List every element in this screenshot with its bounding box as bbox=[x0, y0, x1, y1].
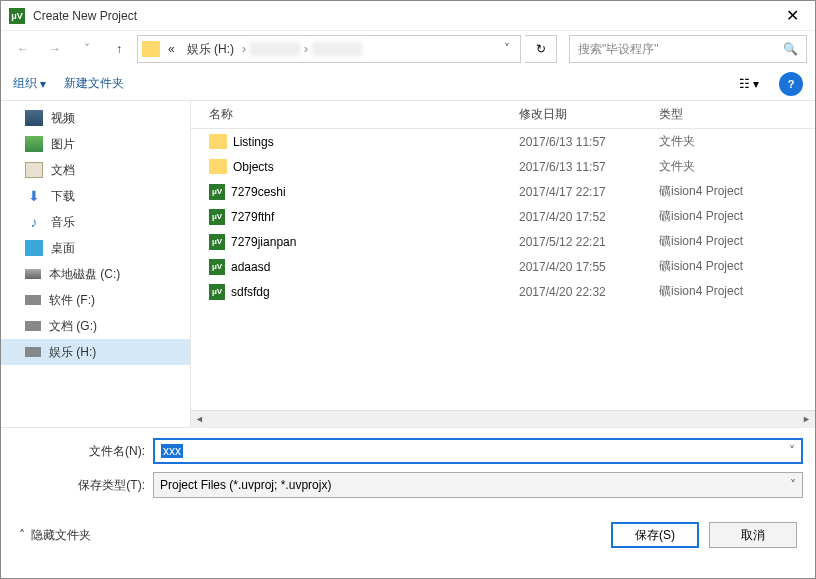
close-icon[interactable]: ✕ bbox=[778, 6, 807, 25]
sidebar-item-label: 桌面 bbox=[51, 240, 75, 257]
scroll-right-icon[interactable]: ► bbox=[798, 411, 815, 428]
savetype-select[interactable]: Project Files (*.uvproj; *.uvprojx) ˅ bbox=[153, 472, 803, 498]
sidebar-item-disk[interactable]: 娱乐 (H:) bbox=[1, 339, 190, 365]
chevron-right-icon[interactable]: › bbox=[242, 42, 246, 56]
file-header: 名称 修改日期 类型 bbox=[191, 101, 815, 129]
navbar: ← → ˅ ↑ « 娱乐 (H:) › › ˅ ↻ 搜索"毕设程序" 🔍 bbox=[1, 31, 815, 67]
app-icon: μV bbox=[9, 8, 25, 24]
new-folder-button[interactable]: 新建文件夹 bbox=[64, 75, 124, 92]
file-type: 礦ision4 Project bbox=[659, 208, 743, 225]
filename-value: xxx bbox=[161, 444, 183, 458]
sidebar-item-doc[interactable]: 文档 bbox=[1, 157, 190, 183]
column-type[interactable]: 类型 bbox=[659, 106, 815, 123]
back-button[interactable]: ← bbox=[9, 35, 37, 63]
search-placeholder: 搜索"毕设程序" bbox=[578, 41, 659, 58]
file-name: 7279fthf bbox=[231, 210, 274, 224]
file-name: sdfsfdg bbox=[231, 285, 270, 299]
file-name: 7279ceshi bbox=[231, 185, 286, 199]
file-row[interactable]: μVadaasd2017/4/20 17:55礦ision4 Project bbox=[191, 254, 815, 279]
sidebar-item-label: 音乐 bbox=[51, 214, 75, 231]
chevron-down-icon[interactable]: ˅ bbox=[790, 478, 796, 492]
column-name[interactable]: 名称 bbox=[209, 106, 519, 123]
save-button[interactable]: 保存(S) bbox=[611, 522, 699, 548]
chevron-right-icon[interactable]: › bbox=[304, 42, 308, 56]
file-row[interactable]: μVsdfsfdg2017/4/20 22:32礦ision4 Project bbox=[191, 279, 815, 304]
file-type: 礦ision4 Project bbox=[659, 183, 743, 200]
sidebar-item-video[interactable]: 视频 bbox=[1, 105, 190, 131]
file-row[interactable]: Listings2017/6/13 11:57文件夹 bbox=[191, 129, 815, 154]
sidebar-item-label: 文档 bbox=[51, 162, 75, 179]
sidebar-item-pic[interactable]: 图片 bbox=[1, 131, 190, 157]
breadcrumb-obscured-2[interactable] bbox=[312, 42, 362, 56]
file-name: adaasd bbox=[231, 260, 270, 274]
help-icon[interactable]: ? bbox=[779, 72, 803, 96]
file-row[interactable]: μV7279ceshi2017/4/17 22:17礦ision4 Projec… bbox=[191, 179, 815, 204]
hide-folders-toggle[interactable]: ˄ 隐藏文件夹 bbox=[19, 527, 91, 544]
file-name: Objects bbox=[233, 160, 274, 174]
form-area: 文件名(N): xxx ˅ 保存类型(T): Project Files (*.… bbox=[1, 427, 815, 512]
toolbar: 组织▾ 新建文件夹 ☷ ▾ ? bbox=[1, 67, 815, 101]
sidebar-item-label: 视频 bbox=[51, 110, 75, 127]
refresh-button[interactable]: ↻ bbox=[525, 35, 557, 63]
sidebar-item-desk[interactable]: 桌面 bbox=[1, 235, 190, 261]
sidebar-item-disk[interactable]: 软件 (F:) bbox=[1, 287, 190, 313]
sidebar-item-label: 娱乐 (H:) bbox=[49, 344, 96, 361]
chevron-down-icon[interactable]: ˅ bbox=[789, 444, 795, 458]
file-date: 2017/6/13 11:57 bbox=[519, 135, 659, 149]
file-type: 礦ision4 Project bbox=[659, 258, 743, 275]
sidebar-item-disk[interactable]: 文档 (G:) bbox=[1, 313, 190, 339]
file-row[interactable]: μV7279jianpan2017/5/12 22:21礦ision4 Proj… bbox=[191, 229, 815, 254]
uvision-icon: μV bbox=[209, 284, 225, 300]
scroll-left-icon[interactable]: ◄ bbox=[191, 411, 208, 428]
sidebar-item-diskc[interactable]: 本地磁盘 (C:) bbox=[1, 261, 190, 287]
file-date: 2017/4/20 17:52 bbox=[519, 210, 659, 224]
sidebar-item-music[interactable]: ♪音乐 bbox=[1, 209, 190, 235]
file-date: 2017/5/12 22:21 bbox=[519, 235, 659, 249]
breadcrumb-drive[interactable]: 娱乐 (H:) bbox=[183, 41, 238, 58]
savetype-value: Project Files (*.uvproj; *.uvprojx) bbox=[160, 478, 331, 492]
address-dropdown[interactable]: ˅ bbox=[498, 42, 516, 56]
breadcrumb-obscured-1[interactable] bbox=[250, 42, 300, 56]
file-pane: 名称 修改日期 类型 Listings2017/6/13 11:57文件夹Obj… bbox=[191, 101, 815, 427]
cancel-button[interactable]: 取消 bbox=[709, 522, 797, 548]
chevron-down-icon: ▾ bbox=[40, 77, 46, 91]
sidebar-item-label: 文档 (G:) bbox=[49, 318, 97, 335]
sidebar-item-down[interactable]: ⬇下载 bbox=[1, 183, 190, 209]
address-bar[interactable]: « 娱乐 (H:) › › ˅ bbox=[137, 35, 521, 63]
horizontal-scrollbar[interactable]: ◄ ► bbox=[191, 410, 815, 427]
search-icon[interactable]: 🔍 bbox=[783, 42, 798, 56]
folder-icon bbox=[142, 41, 160, 57]
forward-button: → bbox=[41, 35, 69, 63]
file-type: 礦ision4 Project bbox=[659, 283, 743, 300]
filename-label: 文件名(N): bbox=[13, 443, 153, 460]
crumb-prefix: « bbox=[164, 42, 179, 56]
recent-dropdown[interactable]: ˅ bbox=[73, 35, 101, 63]
organize-button[interactable]: 组织▾ bbox=[13, 75, 46, 92]
sidebar-item-label: 软件 (F:) bbox=[49, 292, 95, 309]
file-list: Listings2017/6/13 11:57文件夹Objects2017/6/… bbox=[191, 129, 815, 410]
search-input[interactable]: 搜索"毕设程序" 🔍 bbox=[569, 35, 807, 63]
chevron-up-icon: ˄ bbox=[19, 528, 25, 542]
sidebar: 视频图片文档⬇下载♪音乐桌面本地磁盘 (C:)软件 (F:)文档 (G:)娱乐 … bbox=[1, 101, 191, 427]
bottom-bar: ˄ 隐藏文件夹 保存(S) 取消 bbox=[1, 512, 815, 560]
file-type: 文件夹 bbox=[659, 133, 695, 150]
file-date: 2017/4/20 22:32 bbox=[519, 285, 659, 299]
file-date: 2017/4/20 17:55 bbox=[519, 260, 659, 274]
folder-icon bbox=[209, 134, 227, 149]
file-date: 2017/4/17 22:17 bbox=[519, 185, 659, 199]
file-row[interactable]: Objects2017/6/13 11:57文件夹 bbox=[191, 154, 815, 179]
file-row[interactable]: μV7279fthf2017/4/20 17:52礦ision4 Project bbox=[191, 204, 815, 229]
filename-input[interactable]: xxx ˅ bbox=[153, 438, 803, 464]
uvision-icon: μV bbox=[209, 209, 225, 225]
file-name: 7279jianpan bbox=[231, 235, 296, 249]
column-date[interactable]: 修改日期 bbox=[519, 106, 659, 123]
sidebar-item-label: 下载 bbox=[51, 188, 75, 205]
uvision-icon: μV bbox=[209, 234, 225, 250]
main-area: 视频图片文档⬇下载♪音乐桌面本地磁盘 (C:)软件 (F:)文档 (G:)娱乐 … bbox=[1, 101, 815, 427]
uvision-icon: μV bbox=[209, 184, 225, 200]
titlebar: μV Create New Project ✕ bbox=[1, 1, 815, 31]
sidebar-item-label: 图片 bbox=[51, 136, 75, 153]
view-mode-button[interactable]: ☷ ▾ bbox=[737, 72, 761, 96]
uvision-icon: μV bbox=[209, 259, 225, 275]
up-button[interactable]: ↑ bbox=[105, 35, 133, 63]
